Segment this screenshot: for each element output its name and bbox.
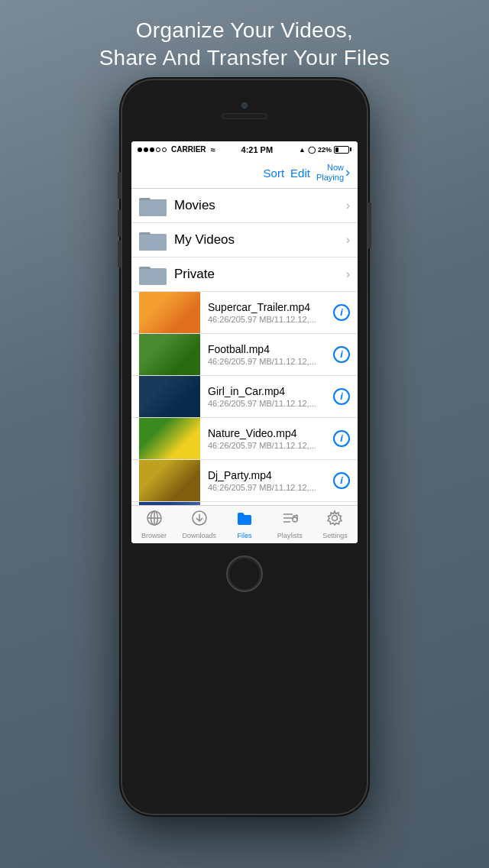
- battery-pct: 22%: [318, 146, 332, 154]
- wifi-icon: ≈: [211, 145, 215, 154]
- folder-icon: [139, 229, 167, 251]
- location-icon: ▲: [299, 146, 306, 154]
- now-playing-label: NowPlaying: [316, 163, 344, 183]
- signal-dot-5: [162, 147, 167, 152]
- video-meta-football: 46:26/205.97 MB/11.12.12,...: [208, 357, 333, 366]
- info-button-girl-in-car[interactable]: i: [333, 388, 350, 405]
- video-thumb-football: [139, 334, 200, 375]
- folder-movies[interactable]: Movies ›: [131, 189, 358, 223]
- tab-downloads-label: Downloads: [183, 532, 217, 539]
- alarm-icon: ◯: [308, 146, 316, 154]
- video-girl-in-car[interactable]: Girl_in_Car.mp4 46:26/205.97 MB/11.12.12…: [131, 376, 358, 418]
- tab-playlists[interactable]: Playlists: [267, 510, 313, 539]
- status-left: CARRIER ≈: [138, 145, 215, 154]
- signal-dots: [138, 147, 167, 152]
- svg-rect-6: [139, 269, 167, 285]
- now-playing-button[interactable]: NowPlaying ›: [316, 163, 350, 183]
- nav-bar: Sort Edit NowPlaying ›: [131, 158, 358, 189]
- folder-private-chevron-icon: ›: [346, 267, 350, 281]
- carrier-label: CARRIER: [171, 145, 206, 154]
- signal-dot-3: [150, 147, 154, 152]
- folder-movies-chevron-icon: ›: [346, 199, 350, 212]
- video-name-nature: Nature_Video.mp4: [208, 427, 333, 439]
- home-button[interactable]: [226, 555, 263, 592]
- speaker: [222, 113, 267, 119]
- tab-bar: Browser Downloads File: [131, 505, 358, 543]
- video-name-football: Football.mp4: [208, 343, 333, 355]
- video-info-girl-in-car: Girl_in_Car.mp4 46:26/205.97 MB/11.12.12…: [208, 385, 333, 408]
- screen: CARRIER ≈ 4:21 PM ▲ ◯ 22% Sort Edit: [131, 141, 358, 543]
- svg-rect-2: [139, 200, 167, 216]
- status-time: 4:21 PM: [241, 145, 274, 154]
- video-thumb-nature: [139, 418, 200, 459]
- browser-icon: [146, 510, 163, 530]
- now-playing-chevron-icon: ›: [345, 164, 350, 181]
- sort-button[interactable]: Sort: [264, 167, 285, 180]
- video-dj-party[interactable]: Dj_Party.mp4 46:26/205.97 MB/11.12.12,..…: [131, 460, 358, 502]
- svg-rect-4: [139, 235, 167, 251]
- folder-my-videos-label: My Videos: [174, 232, 346, 248]
- status-bar: CARRIER ≈ 4:21 PM ▲ ◯ 22%: [131, 141, 358, 158]
- edit-button[interactable]: Edit: [290, 167, 310, 180]
- status-right: ▲ ◯ 22%: [299, 146, 351, 154]
- video-meta-dj-party: 46:26/205.97 MB/11.12.12,...: [208, 483, 333, 492]
- video-meta-supercar: 46:26/205.97 MB/11.12.12,...: [208, 315, 333, 324]
- svg-line-18: [293, 515, 297, 517]
- folder-my-videos-chevron-icon: ›: [346, 233, 350, 247]
- tab-browser-label: Browser: [141, 532, 167, 539]
- folder-my-videos[interactable]: My Videos ›: [131, 223, 358, 257]
- tagline: Organize Your Videos, Share And Transfer…: [99, 17, 390, 73]
- video-name-supercar: Supercar_Trailer.mp4: [208, 301, 333, 313]
- settings-icon: [326, 510, 343, 530]
- video-thumb-supercar: [139, 292, 200, 333]
- battery-body: [334, 146, 349, 154]
- tab-settings-label: Settings: [322, 532, 348, 539]
- video-info-nature: Nature_Video.mp4 46:26/205.97 MB/11.12.1…: [208, 427, 333, 450]
- battery-tip: [350, 147, 351, 151]
- tab-files[interactable]: Files: [222, 510, 267, 539]
- tab-files-label: Files: [238, 532, 252, 539]
- playlists-icon: [281, 510, 298, 530]
- phone-bottom: [122, 543, 367, 604]
- folder-icon: [139, 195, 167, 216]
- video-nature[interactable]: Nature_Video.mp4 46:26/205.97 MB/11.12.1…: [131, 418, 358, 460]
- tab-settings[interactable]: Settings: [313, 510, 358, 539]
- signal-dot-4: [156, 147, 160, 152]
- video-name-girl-in-car: Girl_in_Car.mp4: [208, 385, 333, 397]
- downloads-icon: [191, 510, 208, 530]
- video-football[interactable]: Football.mp4 46:26/205.97 MB/11.12.12,..…: [131, 334, 358, 376]
- folder-private-label: Private: [174, 267, 346, 282]
- battery-fill: [335, 147, 338, 152]
- files-icon: [236, 510, 253, 530]
- svg-point-16: [293, 517, 297, 522]
- signal-dot-2: [144, 147, 148, 152]
- svg-point-19: [332, 515, 338, 520]
- phone-top: [122, 80, 367, 141]
- video-meta-girl-in-car: 46:26/205.97 MB/11.12.12,...: [208, 399, 333, 408]
- nav-actions: Sort Edit NowPlaying ›: [264, 163, 350, 183]
- file-list: Movies › My Videos › Private: [131, 189, 358, 505]
- video-info-football: Football.mp4 46:26/205.97 MB/11.12.12,..…: [208, 343, 333, 366]
- signal-dot-1: [138, 147, 142, 152]
- phone-shell: CARRIER ≈ 4:21 PM ▲ ◯ 22% Sort Edit: [122, 80, 367, 814]
- tab-downloads[interactable]: Downloads: [176, 510, 222, 539]
- folder-icon: [139, 264, 167, 285]
- info-button-nature[interactable]: i: [333, 430, 350, 447]
- video-supercar[interactable]: Supercar_Trailer.mp4 46:26/205.97 MB/11.…: [131, 292, 358, 334]
- info-button-supercar[interactable]: i: [333, 304, 350, 321]
- video-info-dj-party: Dj_Party.mp4 46:26/205.97 MB/11.12.12,..…: [208, 469, 333, 492]
- battery-indicator: [334, 146, 351, 154]
- video-meta-nature: 46:26/205.97 MB/11.12.12,...: [208, 441, 333, 450]
- tab-browser[interactable]: Browser: [131, 510, 176, 539]
- info-button-football[interactable]: i: [333, 346, 350, 363]
- tab-playlists-label: Playlists: [277, 532, 303, 539]
- video-thumb-girl-in-car: [139, 376, 200, 417]
- folder-private[interactable]: Private ›: [131, 257, 358, 292]
- camera: [241, 102, 248, 108]
- folder-movies-label: Movies: [174, 198, 346, 213]
- video-thumb-dj-party: [139, 460, 200, 501]
- video-name-dj-party: Dj_Party.mp4: [208, 469, 333, 481]
- info-button-dj-party[interactable]: i: [333, 472, 350, 489]
- video-info-supercar: Supercar_Trailer.mp4 46:26/205.97 MB/11.…: [208, 301, 333, 324]
